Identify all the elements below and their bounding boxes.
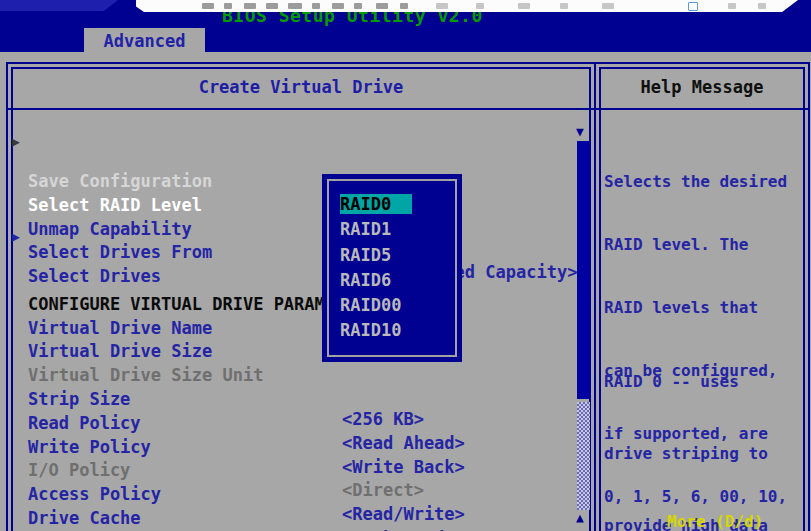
toolbar-icon[interactable] [312, 3, 320, 9]
toolbar-icon[interactable] [518, 3, 530, 9]
menu-item-disable-background[interactable]: Disable Background <No> [8, 512, 580, 531]
toolbar-icon[interactable] [288, 3, 302, 9]
dropdown-option-raid00[interactable]: RAID00 [336, 295, 456, 320]
toolbar-icon[interactable] [354, 3, 362, 9]
pointer-icon: ▶ [12, 134, 20, 149]
menu-item-select-raid-level[interactable]: Select RAID Level <RAID0> [8, 155, 580, 179]
option-label: RAID5 [340, 245, 391, 265]
menu-item-access-policy[interactable]: Access Policy <Read/Write> [8, 464, 580, 488]
toolbar-icon[interactable] [376, 3, 388, 9]
dropdown-option-raid5[interactable]: RAID5 [336, 245, 456, 270]
toolbar-icon[interactable] [332, 3, 344, 9]
dropdown-option-raid0[interactable]: RAID0 [336, 194, 456, 219]
toolbar-icon[interactable] [266, 3, 278, 9]
option-label: RAID0 [340, 194, 412, 214]
toolbar-icon[interactable] [476, 3, 484, 9]
dropdown-option-raid10[interactable]: RAID10 [336, 320, 456, 345]
menu-item-virtual-drive-size-unit: Virtual Drive Size Unit [8, 345, 580, 369]
menu-spacer [8, 250, 580, 274]
toolbar-icon[interactable] [758, 3, 766, 9]
scrollbar-thumb[interactable] [577, 141, 590, 399]
menu-item-unmap-capability[interactable]: Unmap Capability [8, 179, 580, 203]
scroll-down-icon[interactable]: ▼ [576, 124, 584, 139]
help-line: RAID level. The [604, 234, 787, 255]
console-toolbar [136, 0, 798, 12]
menu-item-save-configuration[interactable]: ▶ Save Configuration [8, 131, 580, 155]
toolbar-checkbox-icon[interactable] [688, 2, 698, 11]
toolbar-icon[interactable] [436, 3, 448, 9]
menu-item-drive-cache[interactable]: Drive Cache <Unchanged> [8, 488, 580, 512]
menu-list: ▶ Save Configuration Select RAID Level <… [8, 131, 580, 531]
toolbar-icon[interactable] [244, 3, 256, 9]
scrollbar-track[interactable] [577, 402, 590, 510]
menu-item-select-drives-from[interactable]: Select Drives From <Unconfigured Capacit… [8, 202, 580, 226]
scroll-up-icon[interactable]: ▲ [576, 510, 584, 525]
option-label: RAID1 [340, 219, 391, 239]
help-panel: Help Message Selects the desired RAID le… [594, 62, 810, 531]
menu-item-io-policy: I/O Policy <Direct> [8, 440, 580, 464]
toolbar-icon[interactable] [602, 3, 614, 9]
menu-item-write-policy[interactable]: Write Policy <Write Back> [8, 417, 580, 441]
help-line: Selects the desired [604, 171, 787, 192]
menu-item-select-drives[interactable]: ▶ Select Drives [8, 226, 580, 250]
menu-item-virtual-drive-size[interactable]: Virtual Drive Size [8, 321, 580, 345]
panel-title: Create Virtual Drive [8, 64, 594, 110]
toolbar-icon[interactable] [560, 3, 568, 9]
toolbar-icon[interactable] [202, 3, 214, 9]
menu-item-virtual-drive-name[interactable]: Virtual Drive Name [8, 298, 580, 322]
pointer-icon: ▶ [12, 229, 20, 244]
tab-advanced[interactable]: Advanced [84, 28, 205, 54]
menu-item-read-policy[interactable]: Read Policy <Read Ahead> [8, 393, 580, 417]
help-line: RAID 0 -- uses [604, 370, 768, 394]
dropdown-option-raid6[interactable]: RAID6 [336, 270, 456, 295]
help-line: RAID levels that [604, 297, 787, 318]
help-title: Help Message [596, 64, 808, 110]
raid-level-dropdown: RAID0 RAID1 RAID5 RAID6 RAID00 RAID10 [322, 174, 462, 362]
section-heading-configure-parameters: CONFIGURE VIRTUAL DRIVE PARAMETERS: [8, 274, 580, 298]
help-text-block-2: RAID 0 -- uses drive striping to provide… [604, 322, 768, 531]
banner-wedge [0, 0, 118, 11]
create-virtual-drive-panel: Create Virtual Drive ▶ Save Configuratio… [6, 62, 596, 531]
help-more-indicator: More (D/d) [667, 512, 763, 531]
option-label: RAID10 [340, 320, 401, 340]
option-label: RAID6 [340, 270, 391, 290]
dropdown-options: RAID0 RAID1 RAID5 RAID6 RAID00 RAID10 [336, 194, 456, 346]
toolbar-icon[interactable] [400, 3, 408, 9]
help-line: drive striping to [604, 442, 768, 466]
dropdown-option-raid1[interactable]: RAID1 [336, 219, 456, 244]
menu-item-strip-size[interactable]: Strip Size <256 KB> [8, 369, 580, 393]
toolbar-icon[interactable] [728, 3, 736, 9]
option-label: RAID00 [340, 295, 401, 315]
toolbar-icon[interactable] [224, 3, 232, 9]
